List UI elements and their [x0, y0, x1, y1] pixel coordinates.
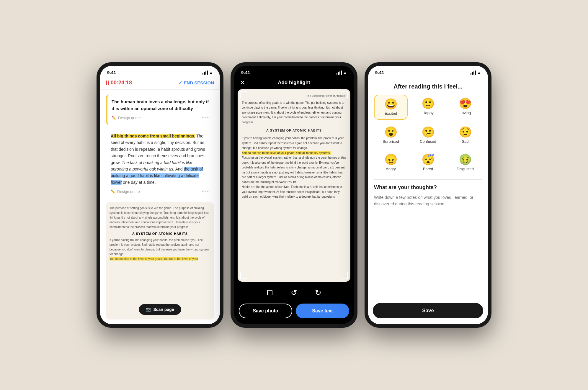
- quote-meta-1: ✏️ Design quote •••: [112, 115, 209, 121]
- save-photo-button[interactable]: Save photo: [239, 304, 292, 318]
- status-time-3: 9:41: [375, 70, 384, 75]
- p2-title: Add highlight: [278, 80, 310, 86]
- checkmark-icon: ✓: [179, 80, 182, 86]
- close-button[interactable]: ✕: [240, 79, 245, 86]
- p1-header: 00:24:18 ✓ END SESSION: [100, 77, 220, 90]
- emotion-happy[interactable]: 🙂 Happy: [411, 95, 445, 120]
- wifi-icon-3: ▲: [477, 71, 481, 75]
- excited-label: Excited: [385, 111, 397, 116]
- more-options-1[interactable]: •••: [202, 115, 209, 121]
- signal-icon-3: [471, 71, 476, 75]
- more-options-2[interactable]: •••: [202, 189, 209, 195]
- design-quote-label-2: Design quote: [117, 189, 140, 194]
- status-icons-2: ▲: [337, 71, 347, 75]
- scanner-corner-tl: [240, 91, 247, 99]
- loving-emoji: 😍: [459, 98, 472, 109]
- p3-content: After reading this I feel... 😄 Excited 🙂…: [368, 77, 488, 324]
- emotion-excited[interactable]: 😄 Excited: [374, 95, 408, 120]
- scan-page-card: The purpose of setting goals is to win t…: [106, 202, 214, 319]
- highlight-yellow-1: All big things come from small beginning…: [111, 134, 195, 138]
- rotate-right-icon[interactable]: ↻: [312, 286, 324, 299]
- disgusted-emoji: 🤢: [459, 154, 472, 165]
- p2-book-content: The Surprising Power of Atomic H The pur…: [238, 89, 350, 204]
- timer-display: 00:24:18: [106, 80, 132, 86]
- phone-2-inner: 9:41 ▲ ✕ Add highlight: [234, 66, 354, 324]
- bored-label: Bored: [423, 167, 433, 171]
- book-header: The Surprising Power of Atomic H: [242, 94, 346, 98]
- phones-container: 9:41 ▲ 00: [97, 62, 491, 328]
- p1-content: The human brain loves a challenge, but o…: [100, 90, 220, 324]
- emotion-disgusted[interactable]: 🤢 Disgusted: [448, 151, 482, 175]
- book-para2: If you're having trouble changing your h…: [242, 136, 346, 151]
- thoughts-input[interactable]: [374, 194, 482, 224]
- book-para3: Focusing on the overall system, rather t…: [242, 155, 346, 185]
- pencil-icon-2: ✏️: [111, 189, 115, 194]
- happy-label: Happy: [422, 111, 434, 115]
- angry-label: Angry: [386, 167, 396, 171]
- sad-emoji: 😟: [459, 127, 472, 137]
- phone-3: 9:41 ▲ After reading this I feel...: [365, 62, 491, 328]
- camera-icon: 📷: [146, 307, 151, 312]
- p3-title: After reading this I feel...: [368, 77, 488, 95]
- angry-emoji: 😠: [384, 154, 398, 165]
- quote-meta-2: ✏️ Design quote •••: [111, 189, 209, 195]
- signal-icon-1: [202, 71, 208, 75]
- scan-highlight-text: You do not rise to the level of your goa…: [110, 257, 210, 261]
- scan-page-button[interactable]: 📷 Scan page: [139, 304, 181, 315]
- phone-3-inner: 9:41 ▲ After reading this I feel...: [368, 66, 488, 324]
- confused-label: Confused: [420, 139, 436, 144]
- pause-icon: [106, 81, 109, 85]
- status-icons-1: ▲: [202, 71, 213, 75]
- emotion-angry[interactable]: 😠 Angry: [374, 151, 408, 175]
- p2-book-title: A SYSTEM OF ATOMIC HABITS: [242, 128, 346, 133]
- save-text-button[interactable]: Save text: [296, 304, 349, 318]
- loving-label: Loving: [460, 111, 471, 115]
- emotion-confused[interactable]: 😕 Confused: [411, 123, 445, 147]
- bored-emoji: 😴: [422, 154, 435, 165]
- p2-header: ✕ Add highlight: [234, 77, 354, 89]
- scan-section-text: If you're having trouble changing your h…: [110, 238, 210, 257]
- scanner-corner-br: [341, 272, 348, 279]
- emotion-surprised[interactable]: 😮 Surprised: [374, 123, 408, 147]
- phone-1-inner: 9:41 ▲ 00: [100, 66, 220, 324]
- save-button[interactable]: Save: [373, 303, 483, 318]
- p2-buttons: Save photo Save text: [234, 304, 354, 324]
- confused-emoji: 😕: [422, 127, 435, 137]
- end-session-button[interactable]: ✓ END SESSION: [179, 80, 214, 86]
- book-para1: The purpose of setting goals is to win t…: [242, 101, 346, 125]
- quote-body-2: All big things come from small beginning…: [111, 133, 209, 186]
- surprised-label: Surprised: [383, 139, 399, 144]
- sad-label: Sad: [462, 139, 468, 144]
- status-bar-2: 9:41 ▲: [234, 66, 354, 77]
- emotion-sad[interactable]: 😟 Sad: [448, 123, 482, 147]
- quote-card-2: All big things come from small beginning…: [106, 129, 214, 199]
- status-bar-1: 9:41 ▲: [100, 66, 220, 77]
- surprised-emoji: 😮: [384, 127, 398, 137]
- happy-emoji: 🙂: [422, 98, 435, 109]
- scanner-corner-tr: [341, 91, 348, 99]
- rotate-left-icon[interactable]: ↺: [288, 286, 300, 299]
- wifi-icon-1: ▲: [209, 71, 213, 75]
- signal-icon-2: [337, 71, 342, 75]
- wifi-icon-2: ▲: [343, 71, 347, 75]
- emotion-grid: 😄 Excited 🙂 Happy 😍 Loving 😮 Surpri: [368, 95, 488, 179]
- disgusted-label: Disgusted: [457, 167, 474, 171]
- status-time-2: 9:41: [241, 70, 250, 75]
- emotion-loving[interactable]: 😍 Loving: [448, 95, 482, 120]
- phone-2: 9:41 ▲ ✕ Add highlight: [231, 62, 357, 328]
- book-highlight1: You do not rise to the level of your goa…: [242, 151, 346, 156]
- status-time-1: 9:41: [107, 70, 116, 75]
- quote-text-1: The human brain loves a challenge, but o…: [112, 99, 209, 112]
- thoughts-title: What are your thoughts?: [374, 184, 482, 191]
- svg-rect-0: [267, 290, 272, 295]
- emotion-bored[interactable]: 😴 Bored: [411, 151, 445, 175]
- book-para4: Habits are like the atoms of our lives. …: [242, 185, 346, 199]
- excited-emoji: 😄: [384, 99, 398, 109]
- p2-scanner: The Surprising Power of Atomic H The pur…: [238, 89, 350, 282]
- status-icons-3: ▲: [471, 71, 481, 75]
- quote-card-1: The human brain loves a challenge, but o…: [106, 94, 214, 125]
- crop-icon[interactable]: [264, 286, 276, 299]
- scanner-corner-bl: [240, 272, 247, 279]
- phone-1: 9:41 ▲ 00: [97, 62, 223, 328]
- p2-toolbar: ↺ ↻: [234, 282, 354, 304]
